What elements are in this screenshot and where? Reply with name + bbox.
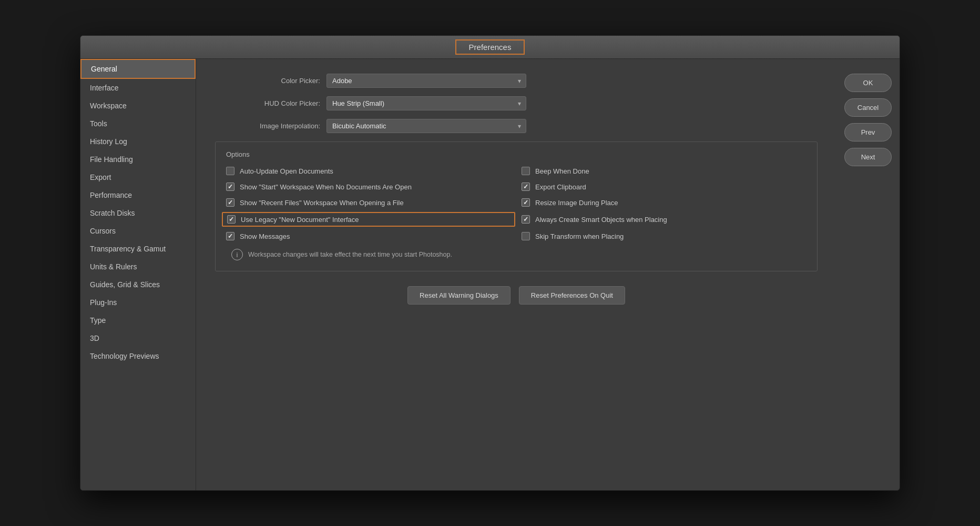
preferences-dialog: Preferences GeneralInterfaceWorkspaceToo… bbox=[80, 35, 900, 491]
sidebar-item-workspace[interactable]: Workspace bbox=[80, 97, 196, 115]
sidebar-item-guides-grid-slices[interactable]: Guides, Grid & Slices bbox=[80, 276, 196, 294]
color-picker-select[interactable]: Adobe Windows bbox=[326, 74, 526, 88]
checkbox-show-start-workspace[interactable]: Show "Start" Workspace When No Documents… bbox=[226, 183, 511, 191]
info-row: i Workspace changes will take effect the… bbox=[226, 249, 807, 260]
checkbox-resize-image-label: Resize Image During Place bbox=[535, 199, 618, 207]
sidebar-item-history-log[interactable]: History Log bbox=[80, 133, 196, 150]
checkbox-show-recent-files-box[interactable] bbox=[226, 198, 234, 207]
checkbox-resize-image[interactable]: Resize Image During Place bbox=[522, 198, 807, 207]
checkbox-show-messages-label: Show Messages bbox=[240, 232, 290, 240]
sidebar-item-tools[interactable]: Tools bbox=[80, 115, 196, 133]
sidebar-item-file-handling[interactable]: File Handling bbox=[80, 150, 196, 168]
checkbox-auto-update-box[interactable] bbox=[226, 167, 234, 175]
hud-color-picker-select[interactable]: Hue Strip (Small) Hue Strip (Medium) Hue… bbox=[326, 96, 526, 110]
checkbox-always-create-smart[interactable]: Always Create Smart Objects when Placing bbox=[522, 214, 807, 225]
checkbox-show-start-workspace-box[interactable] bbox=[226, 183, 234, 191]
sidebar-item-interface[interactable]: Interface bbox=[80, 79, 196, 97]
sidebar-item-scratch-disks[interactable]: Scratch Disks bbox=[80, 204, 196, 222]
sidebar-item-3d[interactable]: 3D bbox=[80, 329, 196, 347]
sidebar-item-transparency-gamut[interactable]: Transparency & Gamut bbox=[80, 240, 196, 258]
sidebar-item-performance[interactable]: Performance bbox=[80, 186, 196, 204]
sidebar-item-export[interactable]: Export bbox=[80, 168, 196, 186]
checkbox-beep-when-done-label: Beep When Done bbox=[535, 167, 589, 175]
checkbox-resize-image-box[interactable] bbox=[522, 198, 530, 207]
info-icon: i bbox=[231, 249, 243, 260]
checkbox-export-clipboard-box[interactable] bbox=[522, 183, 530, 191]
checkbox-use-legacy[interactable]: Use Legacy "New Document" Interface bbox=[222, 212, 515, 227]
checkbox-skip-transform-box[interactable] bbox=[522, 232, 530, 240]
checkbox-auto-update[interactable]: Auto-Update Open Documents bbox=[226, 167, 511, 175]
checkbox-use-legacy-label: Use Legacy "New Document" Interface bbox=[241, 216, 359, 224]
main-content: Color Picker: Adobe Windows HUD Color Pi… bbox=[196, 59, 836, 490]
prev-button[interactable]: Prev bbox=[844, 123, 892, 141]
options-title: Options bbox=[226, 150, 807, 158]
checkbox-skip-transform-label: Skip Transform when Placing bbox=[535, 232, 624, 240]
checkbox-auto-update-label: Auto-Update Open Documents bbox=[240, 167, 333, 175]
color-picker-label: Color Picker: bbox=[215, 77, 320, 85]
sidebar-item-type[interactable]: Type bbox=[80, 311, 196, 329]
bottom-buttons: Reset All Warning Dialogs Reset Preferen… bbox=[215, 286, 818, 305]
reset-warnings-button[interactable]: Reset All Warning Dialogs bbox=[407, 286, 511, 305]
checkbox-skip-transform[interactable]: Skip Transform when Placing bbox=[522, 232, 807, 240]
checkbox-beep-when-done[interactable]: Beep When Done bbox=[522, 167, 807, 175]
image-interpolation-row: Image Interpolation: Nearest Neighbor Bi… bbox=[215, 119, 818, 133]
checkbox-always-create-smart-label: Always Create Smart Objects when Placing bbox=[535, 216, 667, 224]
sidebar-item-general[interactable]: General bbox=[80, 59, 196, 79]
checkbox-show-messages[interactable]: Show Messages bbox=[226, 232, 511, 240]
color-picker-row: Color Picker: Adobe Windows bbox=[215, 74, 818, 88]
checkbox-show-start-workspace-label: Show "Start" Workspace When No Documents… bbox=[240, 183, 412, 191]
reset-prefs-button[interactable]: Reset Preferences On Quit bbox=[519, 286, 625, 305]
dialog-body: GeneralInterfaceWorkspaceToolsHistory Lo… bbox=[80, 59, 900, 490]
dialog-title: Preferences bbox=[455, 39, 525, 55]
image-interpolation-select-wrapper: Nearest Neighbor Bilinear Bicubic Bicubi… bbox=[326, 119, 526, 133]
checkbox-beep-when-done-box[interactable] bbox=[522, 167, 530, 175]
hud-color-picker-label: HUD Color Picker: bbox=[215, 99, 320, 107]
sidebar-item-units-rulers[interactable]: Units & Rulers bbox=[80, 258, 196, 276]
options-box: Options Auto-Update Open Documents Beep … bbox=[215, 141, 818, 271]
sidebar: GeneralInterfaceWorkspaceToolsHistory Lo… bbox=[80, 59, 196, 490]
options-grid: Auto-Update Open Documents Beep When Don… bbox=[226, 167, 807, 240]
sidebar-item-plug-ins[interactable]: Plug-Ins bbox=[80, 294, 196, 311]
ok-button[interactable]: OK bbox=[844, 74, 892, 92]
side-buttons: OK Cancel Prev Next bbox=[836, 59, 900, 490]
info-message: Workspace changes will take effect the n… bbox=[248, 251, 452, 258]
checkbox-export-clipboard-label: Export Clipboard bbox=[535, 183, 586, 191]
color-picker-select-wrapper: Adobe Windows bbox=[326, 74, 526, 88]
title-bar: Preferences bbox=[80, 36, 900, 59]
sidebar-item-technology-previews[interactable]: Technology Previews bbox=[80, 347, 196, 365]
hud-color-picker-select-wrapper: Hue Strip (Small) Hue Strip (Medium) Hue… bbox=[326, 96, 526, 110]
image-interpolation-select[interactable]: Nearest Neighbor Bilinear Bicubic Bicubi… bbox=[326, 119, 526, 133]
next-button[interactable]: Next bbox=[844, 148, 892, 166]
image-interpolation-label: Image Interpolation: bbox=[215, 122, 320, 130]
cancel-button[interactable]: Cancel bbox=[844, 98, 892, 117]
checkbox-show-messages-box[interactable] bbox=[226, 232, 234, 240]
checkbox-always-create-smart-box[interactable] bbox=[522, 215, 530, 224]
sidebar-item-cursors[interactable]: Cursors bbox=[80, 222, 196, 240]
checkbox-use-legacy-box[interactable] bbox=[227, 215, 236, 224]
hud-color-picker-row: HUD Color Picker: Hue Strip (Small) Hue … bbox=[215, 96, 818, 110]
checkbox-export-clipboard[interactable]: Export Clipboard bbox=[522, 183, 807, 191]
checkbox-show-recent-files[interactable]: Show "Recent Files" Workspace When Openi… bbox=[226, 198, 511, 207]
checkbox-show-recent-files-label: Show "Recent Files" Workspace When Openi… bbox=[240, 199, 404, 207]
